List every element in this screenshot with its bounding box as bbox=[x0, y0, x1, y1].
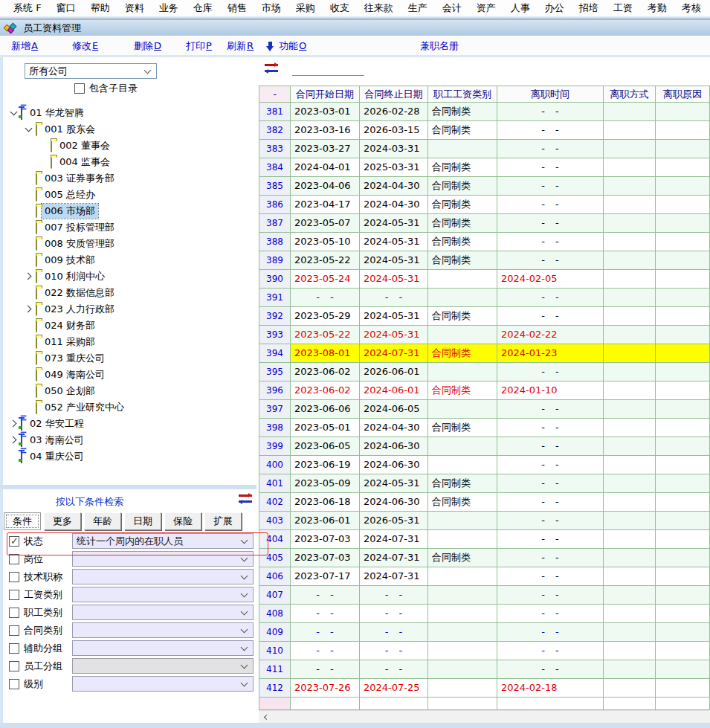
filter-select-岗位[interactable] bbox=[72, 551, 254, 567]
tree-item-01 华龙智腾[interactable]: 01 华龙智腾 bbox=[4, 105, 255, 121]
menu-item-仓库[interactable]: 仓库 bbox=[186, 0, 220, 16]
menu-item-窗口[interactable]: 窗口 bbox=[49, 0, 83, 16]
table-row[interactable]: 4062023-07-172024-07-31- - bbox=[259, 567, 710, 586]
toolbar-button-新增[interactable]: 新增A bbox=[11, 39, 38, 54]
menu-item-系统 F[interactable]: 系统 F bbox=[6, 0, 49, 16]
toolbar-button-功能[interactable]: 功能O bbox=[266, 39, 306, 54]
filter-select-辅助分组[interactable] bbox=[72, 640, 254, 656]
tree-expander-icon[interactable] bbox=[24, 271, 34, 282]
table-row[interactable]: 4012023-05-092024-05-31合同制类- - bbox=[259, 474, 710, 493]
table-row[interactable]: 3852023-04-062024-04-30合同制类- - bbox=[259, 177, 710, 196]
menu-item-工资[interactable]: 工资 bbox=[606, 0, 640, 16]
filter-tab-扩展[interactable]: 扩展 bbox=[204, 512, 242, 530]
table-row[interactable]: 3862023-04-172024-04-30合同制类- - bbox=[259, 196, 710, 214]
menu-item-帮助[interactable]: 帮助 bbox=[83, 0, 117, 16]
filter-checkbox-岗位[interactable] bbox=[9, 554, 19, 564]
table-row[interactable]: 411- -- -- - bbox=[259, 660, 710, 679]
column-header-离职时间[interactable]: 离职时间 bbox=[497, 86, 604, 103]
menu-item-考勤[interactable]: 考勤 bbox=[640, 0, 674, 16]
table-row[interactable]: 409- -- -- - bbox=[259, 623, 710, 642]
tree-item-049 海南公司[interactable]: 049 海南公司 bbox=[4, 367, 255, 383]
menu-item-人事[interactable]: 人事 bbox=[503, 0, 538, 16]
table-row[interactable]: 410- -- -- - bbox=[259, 642, 710, 660]
table-row[interactable]: 3872023-05-072024-05-31合同制类- - bbox=[259, 214, 710, 233]
filter-tab-日期[interactable]: 日期 bbox=[124, 512, 161, 530]
table-row[interactable]: 3952023-06-022026-06-01- - bbox=[259, 363, 710, 381]
swap-icon[interactable] bbox=[265, 63, 278, 73]
filter-checkbox-合同类别[interactable] bbox=[9, 625, 19, 636]
table-row[interactable]: 3942023-08-012024-07-31合同制类2024-01-23 bbox=[259, 344, 710, 363]
table-row[interactable]: 3892023-05-222024-05-31合同制类- - bbox=[259, 251, 710, 270]
tree-item-04 重庆公司[interactable]: 04 重庆公司 bbox=[4, 448, 255, 465]
tree-item-002 董事会[interactable]: 002 董事会 bbox=[4, 138, 255, 154]
filter-tab-条件[interactable]: 条件 bbox=[4, 512, 41, 530]
filter-tab-年龄[interactable]: 年龄 bbox=[84, 512, 121, 530]
filter-checkbox-辅助分组[interactable] bbox=[9, 643, 19, 654]
menu-item-考核[interactable]: 考核 bbox=[674, 0, 709, 16]
filter-select-状态[interactable]: 统计一个周内的在职人员 bbox=[72, 533, 254, 549]
filter-select-合同类别[interactable] bbox=[72, 622, 254, 638]
company-select[interactable]: 所有公司 bbox=[25, 63, 157, 79]
tree-item-005 总经办[interactable]: 005 总经办 bbox=[4, 187, 255, 203]
filter-select-工资类别[interactable] bbox=[72, 587, 254, 602]
part-time-roster-label[interactable]: 兼职名册 bbox=[420, 39, 459, 54]
filter-select-技术职称[interactable] bbox=[72, 569, 254, 584]
menu-item-销售[interactable]: 销售 bbox=[220, 0, 254, 16]
tree-item-009 技术部[interactable]: 009 技术部 bbox=[4, 252, 255, 268]
tree-item-073 重庆公司[interactable]: 073 重庆公司 bbox=[4, 350, 255, 367]
table-row[interactable]: 3882023-05-102024-05-31合同制类- - bbox=[259, 233, 710, 251]
tree-item-001 股东会[interactable]: 001 股东会 bbox=[4, 121, 255, 138]
tree-item-006 市场部[interactable]: 006 市场部 bbox=[4, 203, 255, 219]
filter-checkbox-技术职称[interactable] bbox=[9, 572, 19, 582]
menu-item-生产[interactable]: 生产 bbox=[401, 0, 435, 16]
filter-checkbox-职工类别[interactable] bbox=[9, 608, 19, 618]
menu-item-采购[interactable]: 采购 bbox=[288, 0, 323, 16]
column-header-合同开始日期[interactable]: 合同开始日期 bbox=[291, 86, 360, 103]
menu-item-资料[interactable]: 资料 bbox=[117, 0, 152, 16]
tree-item-007 投标管理部[interactable]: 007 投标管理部 bbox=[4, 219, 255, 236]
swap-icon[interactable] bbox=[239, 494, 252, 503]
tree-item-03 海南公司[interactable]: 03 海南公司 bbox=[4, 432, 255, 448]
menu-item-市场[interactable]: 市场 bbox=[254, 0, 288, 16]
table-row[interactable]: 3922023-05-292024-05-31合同制类- - bbox=[259, 307, 710, 326]
filter-select-级别[interactable] bbox=[72, 676, 254, 692]
table-row[interactable]: 3842024-04-012025-03-31合同制类- - bbox=[259, 158, 710, 177]
column-header-离职原因[interactable]: 离职原因 bbox=[656, 86, 710, 103]
tree-expander-icon[interactable] bbox=[9, 435, 19, 445]
tree-item-02 华安工程[interactable]: 02 华安工程 bbox=[4, 416, 255, 432]
column-header-合同终止日期[interactable]: 合同终止日期 bbox=[360, 86, 428, 103]
toolbar-button-刷新[interactable]: 刷新R bbox=[227, 39, 254, 54]
filter-checkbox-工资类别[interactable] bbox=[9, 590, 19, 600]
table-row[interactable]: 4032023-06-012026-05-31- - bbox=[259, 512, 710, 530]
table-row[interactable]: 3972023-06-062024-06-05- - bbox=[259, 400, 710, 419]
menu-item-往来款[interactable]: 往来款 bbox=[357, 0, 401, 16]
tree-expander-icon[interactable] bbox=[24, 124, 34, 135]
tree-item-024 财务部[interactable]: 024 财务部 bbox=[4, 318, 255, 334]
column-header--[interactable]: - bbox=[259, 86, 291, 103]
filter-select-员工分组[interactable] bbox=[72, 658, 254, 674]
menu-item-办公[interactable]: 办公 bbox=[538, 0, 572, 16]
tree-expander-icon[interactable] bbox=[9, 108, 19, 118]
toolbar-button-打印[interactable]: 打印P bbox=[186, 39, 212, 54]
table-row[interactable]: 3832023-03-272024-03-31- - bbox=[259, 140, 710, 158]
filter-checkbox-级别[interactable] bbox=[9, 679, 19, 689]
filter-checkbox-状态[interactable] bbox=[9, 536, 19, 547]
table-row[interactable]: 407- -- -- - bbox=[259, 586, 710, 605]
tree-item-003 证券事务部[interactable]: 003 证券事务部 bbox=[4, 170, 255, 187]
table-row[interactable]: 3902023-05-242024-05-312024-02-05 bbox=[259, 270, 710, 289]
table-row[interactable]: 3962023-06-022024-06-01合同制类2024-01-10 bbox=[259, 381, 710, 400]
tree-item-023 人力行政部[interactable]: 023 人力行政部 bbox=[4, 301, 255, 318]
tree-item-004 监事会[interactable]: 004 监事会 bbox=[4, 154, 255, 170]
table-row[interactable]: 4002023-06-192024-06-30- - bbox=[259, 456, 710, 474]
table-row[interactable]: 3992023-06-052024-06-30- - bbox=[259, 437, 710, 456]
scroll-left-button[interactable] bbox=[259, 711, 271, 723]
filter-select-职工类别[interactable] bbox=[72, 605, 254, 620]
toolbar-button-修改[interactable]: 修改E bbox=[72, 39, 98, 54]
table-row[interactable]: 3932023-05-222024-05-312024-02-22 bbox=[259, 326, 710, 344]
table-row[interactable]: 3822023-03-162026-03-15合同制类- - bbox=[259, 121, 710, 140]
filter-tab-更多[interactable]: 更多 bbox=[44, 512, 81, 530]
tree-item-022 数据信息部[interactable]: 022 数据信息部 bbox=[4, 285, 255, 301]
column-header-职工工资类别[interactable]: 职工工资类别 bbox=[428, 86, 497, 103]
tree-item-008 安质管理部[interactable]: 008 安质管理部 bbox=[4, 236, 255, 252]
tree-expander-icon[interactable] bbox=[9, 419, 19, 429]
